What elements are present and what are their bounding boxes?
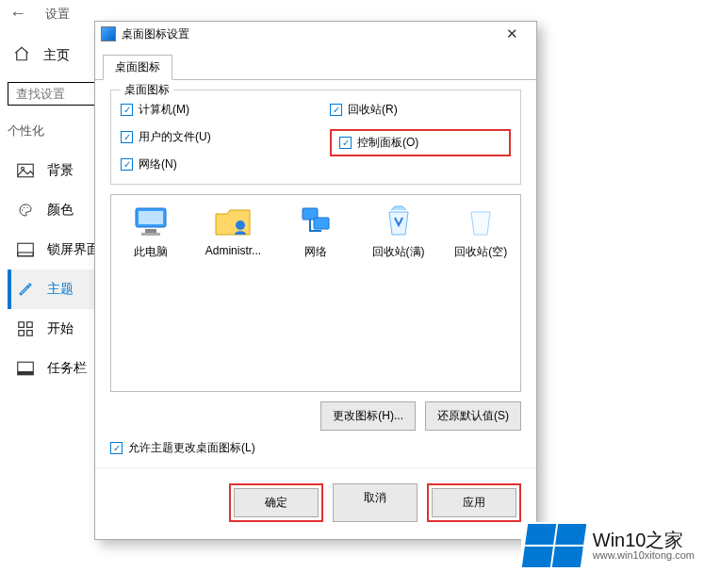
checkbox-allow-theme[interactable]: ✓ 允许主题更改桌面图标(L) <box>110 440 521 456</box>
checkbox-label: 计算机(M) <box>139 102 189 118</box>
desktop-icon-settings-dialog: 桌面图标设置 ✕ 桌面图标 桌面图标 ✓ 计算机(M) ✓ 用户的文件(U) <box>94 21 537 540</box>
dialog-app-icon <box>101 26 116 41</box>
apply-button[interactable]: 应用 <box>432 488 516 517</box>
icon-item-recycle-full[interactable]: 回收站(满) <box>367 204 431 260</box>
watermark: Win10之家 www.win10xitong.com <box>521 522 698 569</box>
svg-point-3 <box>24 207 25 208</box>
groupbox-title: 桌面图标 <box>121 82 173 98</box>
checkbox-computer[interactable]: ✓ 计算机(M) <box>121 102 302 118</box>
checkbox-label: 控制面板(O) <box>357 135 418 151</box>
dialog-titlebar: 桌面图标设置 ✕ <box>95 22 536 46</box>
icon-item-label: Administr... <box>202 244 266 257</box>
highlight-apply: 应用 <box>427 483 521 522</box>
sidebar-item-label: 背景 <box>47 162 74 179</box>
svg-rect-12 <box>18 371 34 375</box>
checkbox-label: 用户的文件(U) <box>139 129 211 145</box>
recycle-empty-icon <box>462 204 499 238</box>
svg-rect-6 <box>18 253 34 256</box>
restore-defaults-button[interactable]: 还原默认值(S) <box>425 401 521 431</box>
icon-item-thispc[interactable]: 此电脑 <box>119 204 183 260</box>
settings-title: 设置 <box>45 6 70 23</box>
start-icon <box>17 321 34 336</box>
picture-icon <box>17 163 34 178</box>
checkbox-recycle[interactable]: ✓ 回收站(R) <box>330 102 511 118</box>
icon-item-label: 网络 <box>284 244 348 260</box>
watermark-brand: Win10之家 <box>593 531 695 549</box>
svg-rect-7 <box>19 322 25 328</box>
icon-item-label: 此电脑 <box>119 244 183 260</box>
dialog-footer: 确定 取消 应用 <box>95 467 536 539</box>
sidebar-item-label: 颜色 <box>47 202 74 219</box>
watermark-url: www.win10xitong.com <box>593 549 695 561</box>
cancel-button[interactable]: 取消 <box>333 483 417 522</box>
icon-item-recycle-empty[interactable]: 回收站(空) <box>449 204 513 260</box>
svg-rect-19 <box>314 218 329 229</box>
userfolder-icon <box>214 204 252 238</box>
dialog-tabstrip: 桌面图标 <box>95 46 536 80</box>
svg-rect-16 <box>141 233 160 236</box>
palette-icon <box>17 203 34 218</box>
sidebar-item-label: 任务栏 <box>47 360 87 377</box>
svg-rect-0 <box>18 164 34 177</box>
windows-logo-icon <box>522 524 586 567</box>
sidebar-item-label: 主题 <box>47 281 74 298</box>
tab-desktop-icons[interactable]: 桌面图标 <box>103 55 172 80</box>
checkbox-network[interactable]: ✓ 网络(N) <box>121 156 302 172</box>
checkbox-controlpanel[interactable]: ✓ 控制面板(O) <box>339 135 418 151</box>
theme-icon <box>17 282 34 297</box>
highlight-ok: 确定 <box>229 483 323 522</box>
svg-rect-14 <box>139 211 163 224</box>
svg-rect-5 <box>18 243 34 256</box>
checkbox-icon: ✓ <box>121 104 133 116</box>
svg-point-4 <box>26 207 27 208</box>
desktop-icons-groupbox: 桌面图标 ✓ 计算机(M) ✓ 用户的文件(U) ✓ 网络(N) <box>110 90 521 185</box>
checkbox-icon: ✓ <box>330 104 342 116</box>
svg-rect-10 <box>27 331 33 336</box>
checkbox-label: 网络(N) <box>139 156 177 172</box>
checkbox-icon: ✓ <box>121 131 133 143</box>
ok-button[interactable]: 确定 <box>234 488 319 517</box>
taskbar-icon <box>17 361 34 376</box>
checkbox-icon: ✓ <box>121 158 133 171</box>
dialog-title: 桌面图标设置 <box>122 26 493 42</box>
icon-item-network[interactable]: 网络 <box>284 204 348 260</box>
checkbox-icon: ✓ <box>110 442 123 454</box>
network-icon <box>297 204 335 238</box>
sidebar-item-label: 开始 <box>47 320 74 337</box>
svg-point-17 <box>236 220 245 230</box>
svg-point-2 <box>22 209 23 210</box>
recycle-full-icon <box>380 204 417 238</box>
checkbox-icon: ✓ <box>339 137 352 149</box>
svg-rect-9 <box>19 331 25 336</box>
icon-item-admin[interactable]: Administr... <box>202 204 266 257</box>
lockscreen-icon <box>17 242 34 257</box>
checkbox-label: 允许主题更改桌面图标(L) <box>128 440 255 456</box>
close-button[interactable]: ✕ <box>493 25 531 42</box>
sidebar-item-label: 锁屏界面 <box>47 241 100 258</box>
highlight-controlpanel: ✓ 控制面板(O) <box>330 129 511 156</box>
back-icon[interactable]: ← <box>9 4 26 24</box>
icon-item-label: 回收站(满) <box>367 244 431 260</box>
home-icon <box>13 45 30 65</box>
checkbox-userfiles[interactable]: ✓ 用户的文件(U) <box>121 129 302 145</box>
change-icon-button[interactable]: 更改图标(H)... <box>320 401 416 431</box>
sidebar-home-label: 主页 <box>43 47 70 64</box>
checkbox-label: 回收站(R) <box>348 102 398 118</box>
computer-icon <box>132 204 170 238</box>
svg-rect-8 <box>27 322 33 328</box>
icon-preview-list[interactable]: 此电脑 Administr... 网络 回收站(满) <box>110 194 521 392</box>
svg-rect-15 <box>145 229 156 233</box>
icon-item-label: 回收站(空) <box>449 244 513 260</box>
